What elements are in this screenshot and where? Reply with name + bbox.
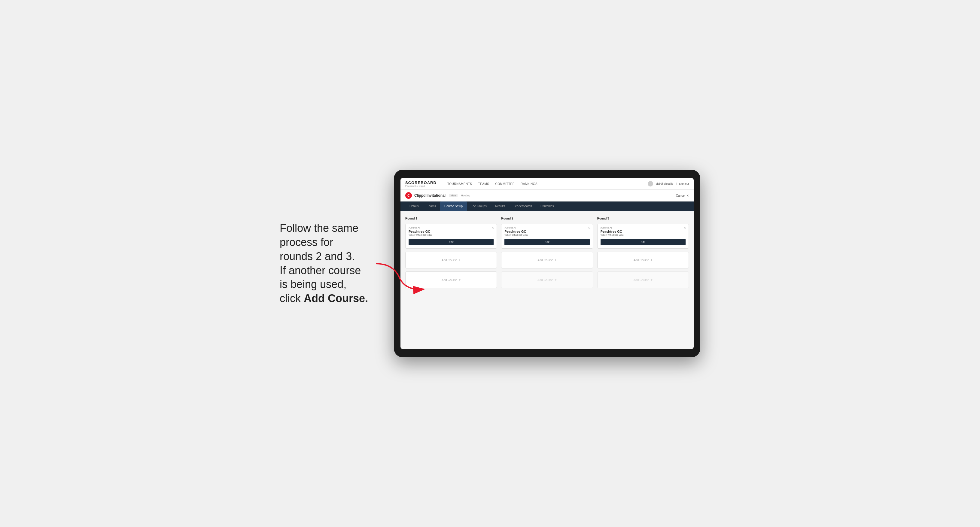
tab-details[interactable]: Details — [405, 202, 423, 211]
round-3-add-course-label-2: Add Course — [633, 278, 649, 282]
tournament-left: C Clippd Invitational Men Hosting — [405, 192, 470, 199]
round-2-course-card: ○ (Course A) Peachtree GC Yellow (M) (66… — [501, 224, 593, 249]
round-1-add-course-label-1: Add Course — [442, 259, 458, 262]
round-1-course-details: Yellow (M) (6629 yds) — [409, 233, 493, 237]
round-3-title: Round 3 — [597, 217, 689, 220]
sign-out-link[interactable]: Sign out — [679, 182, 689, 185]
main-content: Round 1 ○ (Course A) Peachtree GC Yellow… — [401, 211, 694, 331]
round-2-add-course-2: Add Course + — [501, 271, 593, 288]
tablet-device: SCOREBOARD Powered by clippd TOURNAMENTS… — [394, 170, 700, 357]
user-email: blair@clippd.io — [655, 182, 673, 185]
tab-teams[interactable]: Teams — [423, 202, 440, 211]
round-1-add-course-1[interactable]: Add Course + — [405, 252, 497, 268]
brand-name: SCOREBOARD — [405, 181, 436, 185]
tab-printables[interactable]: Printables — [536, 202, 558, 211]
tab-tee-groups[interactable]: Tee Groups — [467, 202, 491, 211]
tournament-name: Clippd Invitational — [414, 194, 445, 198]
round-2-course-label: (Course A) — [504, 226, 589, 229]
round-3-course-label: (Course A) — [601, 226, 686, 229]
nav-right: blair@clippd.io | Sign out — [648, 181, 689, 186]
round-1-course-label: (Course A) — [409, 226, 493, 229]
tab-bar: Details Teams Course Setup Tee Groups Re… — [401, 202, 694, 211]
round-1-add-course-label-2: Add Course — [442, 278, 458, 282]
round-3-edit-button[interactable]: Edit — [601, 239, 686, 245]
hosting-badge: Hosting — [461, 194, 471, 197]
round-3-add-course-label-1: Add Course — [633, 259, 649, 262]
round-2-add-course-label-1: Add Course — [538, 259, 554, 262]
round-1-add-icon-2: + — [459, 278, 461, 282]
round-3-course-details: Yellow (M) (6629 yds) — [601, 233, 686, 237]
instruction-bold: Add Course. — [304, 292, 368, 305]
round-2-add-course-label-2: Add Course — [538, 278, 554, 282]
nav-link-tournaments[interactable]: TOURNAMENTS — [447, 182, 472, 186]
round-3-course-card: ○ (Course A) Peachtree GC Yellow (M) (66… — [597, 224, 689, 249]
round-2-remove-button[interactable]: ○ — [588, 226, 590, 229]
cancel-button[interactable]: Cancel ✕ — [676, 194, 689, 197]
round-3-add-course-1[interactable]: Add Course + — [597, 252, 689, 268]
nav-separator: | — [676, 182, 676, 185]
tournament-logo: C — [405, 192, 412, 199]
instruction-text: Follow the sameprocess forrounds 2 and 3… — [280, 221, 376, 306]
round-1-course-card: ○ (Course A) Peachtree GC Yellow (M) (66… — [405, 224, 497, 249]
round-2-add-icon-1: + — [555, 258, 557, 262]
tab-leaderboards[interactable]: Leaderboards — [509, 202, 536, 211]
round-1-course-name: Peachtree GC — [409, 230, 493, 233]
nav-link-teams[interactable]: TEAMS — [478, 182, 489, 186]
tournament-header: C Clippd Invitational Men Hosting Cancel… — [401, 190, 694, 202]
tablet-screen: SCOREBOARD Powered by clippd TOURNAMENTS… — [401, 178, 694, 349]
round-2-title: Round 2 — [501, 217, 593, 220]
round-3-add-icon-1: + — [651, 258, 652, 262]
round-2-course-details: Yellow (M) (6629 yds) — [504, 233, 589, 237]
round-2-column: Round 2 ○ (Course A) Peachtree GC Yellow… — [501, 217, 593, 288]
page-wrapper: Follow the sameprocess forrounds 2 and 3… — [280, 170, 700, 357]
tournament-gender: Men — [449, 194, 458, 197]
top-nav: SCOREBOARD Powered by clippd TOURNAMENTS… — [401, 178, 694, 190]
round-1-title: Round 1 — [405, 217, 497, 220]
round-1-add-icon-1: + — [459, 258, 461, 262]
round-2-course-name: Peachtree GC — [504, 230, 589, 233]
bottom-spacer — [401, 331, 694, 349]
brand-sub: Powered by clippd — [405, 185, 436, 187]
round-1-column: Round 1 ○ (Course A) Peachtree GC Yellow… — [405, 217, 497, 288]
rounds-grid: Round 1 ○ (Course A) Peachtree GC Yellow… — [405, 217, 689, 288]
round-1-remove-button[interactable]: ○ — [492, 226, 494, 229]
round-3-course-name: Peachtree GC — [601, 230, 686, 233]
nav-link-rankings[interactable]: RANKINGS — [521, 182, 538, 186]
round-3-remove-button[interactable]: ○ — [684, 226, 686, 229]
cancel-x-icon: ✕ — [686, 194, 689, 197]
round-1-edit-button[interactable]: Edit — [409, 239, 493, 245]
instruction-line1: Follow the sameprocess forrounds 2 and 3… — [280, 222, 368, 305]
brand: SCOREBOARD Powered by clippd — [405, 181, 436, 187]
round-3-add-icon-2: + — [651, 278, 652, 282]
nav-links: TOURNAMENTS TEAMS COMMITTEE RANKINGS — [447, 182, 641, 186]
tab-results[interactable]: Results — [491, 202, 509, 211]
round-2-edit-button[interactable]: Edit — [504, 239, 589, 245]
nav-link-committee[interactable]: COMMITTEE — [495, 182, 515, 186]
round-1-add-course-2[interactable]: Add Course + — [405, 271, 497, 288]
user-avatar — [648, 181, 653, 186]
tab-course-setup[interactable]: Course Setup — [440, 202, 467, 211]
round-2-add-course-1[interactable]: Add Course + — [501, 252, 593, 268]
round-3-add-course-2: Add Course + — [597, 271, 689, 288]
round-3-column: Round 3 ○ (Course A) Peachtree GC Yellow… — [597, 217, 689, 288]
round-2-add-icon-2: + — [555, 278, 557, 282]
